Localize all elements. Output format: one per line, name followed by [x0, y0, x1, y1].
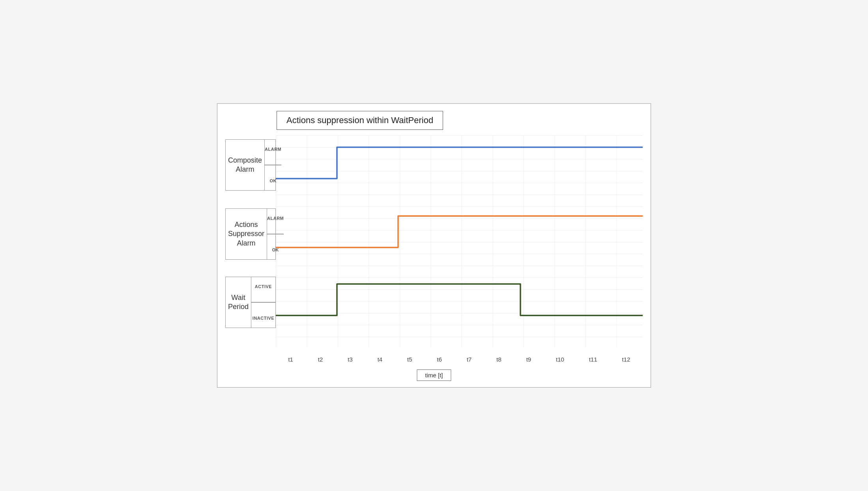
wait-period-label-box: WaitPeriod ACTIVE INACTIVE	[225, 277, 276, 328]
wait-period-label: WaitPeriod	[226, 277, 251, 328]
actions-suppressor-line	[276, 216, 643, 247]
actions-suppressor-label: ActionsSuppressorAlarm	[226, 209, 267, 259]
tick-t11: t11	[589, 356, 597, 363]
wait-period-bottom-state: INACTIVE	[253, 314, 274, 322]
tick-t1: t1	[288, 356, 293, 363]
wait-period-line	[276, 284, 643, 316]
actions-suppressor-label-box: ActionsSuppressorAlarm ALARM OK	[225, 208, 276, 260]
wait-period-top-state: ACTIVE	[255, 283, 272, 290]
chart-title: Actions suppression within WaitPeriod	[277, 111, 443, 130]
tick-t6: t6	[437, 356, 442, 363]
tick-t12: t12	[622, 356, 630, 363]
tick-t8: t8	[496, 356, 501, 363]
time-label: time [t]	[417, 369, 451, 381]
composite-alarm-label: CompositeAlarm	[226, 140, 265, 190]
tick-t4: t4	[378, 356, 383, 363]
composite-alarm-line	[276, 147, 643, 179]
chart-svg	[276, 135, 643, 348]
wait-period-states: ACTIVE INACTIVE	[251, 277, 275, 328]
diagram-container: Actions suppression within WaitPeriod Co…	[217, 103, 651, 388]
time-axis: t1 t2 t3 t4 t5 t6 t7 t8 t9 t10 t11 t12	[276, 356, 643, 363]
tick-t7: t7	[467, 356, 472, 363]
tick-t3: t3	[348, 356, 353, 363]
tick-t5: t5	[407, 356, 412, 363]
tick-t2: t2	[318, 356, 323, 363]
tick-t9: t9	[526, 356, 531, 363]
tick-t10: t10	[556, 356, 564, 363]
composite-alarm-label-box: CompositeAlarm ALARM OK	[225, 139, 276, 191]
